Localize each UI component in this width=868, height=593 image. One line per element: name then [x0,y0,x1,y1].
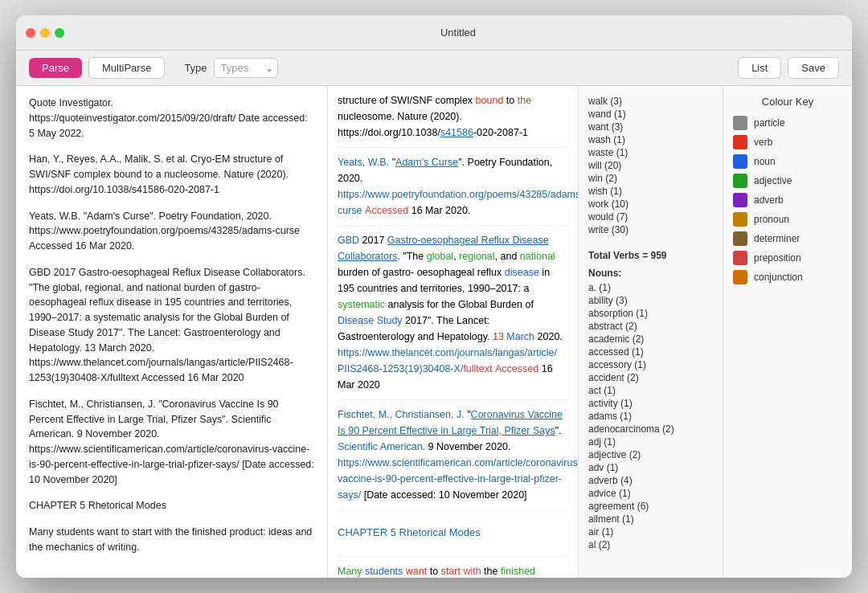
key-conjunction: conjunction [733,270,842,284]
noun-accessed: accessed (1) [588,346,713,358]
key-determiner: determiner [733,231,842,246]
middle-para-5: CHAPTER 5 Rhetorical Modes [338,510,568,557]
adjective-swatch [733,174,747,188]
stats-panel[interactable]: walk (3) wand (1) want (3) wash (1) wast… [579,86,723,578]
preposition-label: preposition [754,252,801,264]
noun-adv: adv (1) [588,462,713,473]
noun-label: noun [754,156,776,167]
toolbar: Parse MultiParse Type Types List Save [16,51,852,86]
stats-will: will (20) [588,160,713,171]
traffic-lights [26,28,64,38]
key-adjective: adjective [733,174,842,188]
noun-abstract: abstract (2) [588,321,713,332]
key-preposition: preposition [733,251,842,265]
noun-al: al (2) [588,539,713,550]
main-content: Quote Investigator. https://quoteinvesti… [16,86,852,578]
stats-wand: wand (1) [588,108,713,120]
save-button[interactable]: Save [788,57,839,79]
determiner-swatch [733,231,747,246]
key-noun: noun [733,154,842,169]
noun-adverb: adverb (4) [588,475,713,486]
stats-walk: walk (3) [588,96,713,107]
parse-button[interactable]: Parse [29,58,82,78]
left-para-6: CHAPTER 5 Rhetorical Modes [29,498,314,513]
stats-wish: wish (1) [588,186,713,197]
total-verbs: Total Verbs = 959 [588,250,713,261]
type-select-wrapper: Types [214,58,278,78]
noun-absorption: absorption (1) [588,308,713,319]
conjunction-swatch [733,270,747,284]
noun-ability: ability (3) [588,295,713,306]
noun-act: act (1) [588,385,713,396]
stats-would: would (7) [588,211,713,223]
stats-wash: wash (1) [588,134,713,145]
list-button[interactable]: List [738,57,781,79]
stats-win: win (2) [588,173,713,184]
minimize-button[interactable] [40,28,50,38]
noun-adams: adams (1) [588,411,713,422]
noun-adj: adj (1) [588,436,713,448]
particle-swatch [733,116,747,130]
verb-swatch [733,135,747,149]
noun-adjective: adjective (2) [588,449,713,460]
window-title: Untitled [74,27,842,39]
stats-write: write (30) [588,224,713,235]
noun-swatch [733,154,747,169]
middle-para-6: Many students want to start with the fin… [338,557,568,578]
noun-academic: academic (2) [588,333,713,345]
adjective-label: adjective [754,175,792,186]
pronoun-swatch [733,212,747,227]
noun-accessory: accessory (1) [588,359,713,370]
colour-key-title: Colour Key [733,96,842,108]
key-particle: particle [733,116,842,130]
noun-air: air (1) [588,526,713,538]
noun-ailment: ailment (1) [588,513,713,525]
stats-blank [588,237,713,248]
middle-para-3: GBD 2017 Gastro-oesophageal Reflux Disea… [338,226,568,400]
middle-para-1: structure of SWI/SNF complex bound to th… [338,86,568,148]
adverb-label: adverb [754,194,784,206]
left-para-5: Fischtet, M., Christiansen, J. "Coronavi… [29,397,314,488]
verb-label: verb [754,137,772,148]
left-panel[interactable]: Quote Investigator. https://quoteinvesti… [16,86,328,578]
determiner-label: determiner [754,233,800,244]
stats-work: work (10) [588,198,713,210]
left-para-2: Han, Y., Reyes, A.A., Malik, S. et al. C… [29,152,314,197]
close-button[interactable] [26,28,35,38]
noun-a: a. (1) [588,282,713,293]
preposition-swatch [733,251,747,265]
key-adverb: adverb [733,193,842,207]
nouns-title: Nouns: [588,268,713,279]
middle-panel[interactable]: structure of SWI/SNF complex bound to th… [328,86,579,578]
type-label: Type [184,62,207,74]
middle-para-2: Yeats, W.B. "Adam's Curse". Poetry Found… [338,148,568,226]
titlebar: Untitled [16,15,852,51]
stats-waste: waste (1) [588,147,713,158]
noun-activity: activity (1) [588,398,713,409]
left-para-7: Many students want to start with the fin… [29,525,314,555]
pronoun-label: pronoun [754,214,789,225]
app-window: Untitled Parse MultiParse Type Types Lis… [16,15,852,578]
left-para-4: GBD 2017 Gastro-oesophageal Reflux Disea… [29,265,314,386]
key-pronoun: pronoun [733,212,842,227]
particle-label: particle [754,117,785,129]
left-para-3: Yeats, W.B. "Adam's Curse". Poetry Found… [29,209,314,254]
colour-key-panel: Colour Key particle verb noun adjective … [723,86,852,578]
multiparse-button[interactable]: MultiParse [88,57,165,79]
adverb-swatch [733,193,747,207]
middle-para-4: Fischtet, M., Christiansen, J. "Coronavi… [338,400,568,510]
maximize-button[interactable] [55,28,64,38]
noun-agreement: agreement (6) [588,501,713,512]
left-para-1: Quote Investigator. https://quoteinvesti… [29,96,314,141]
noun-adenocarcinoma: adenocarcinoma (2) [588,423,713,435]
key-verb: verb [733,135,842,149]
noun-accident: accident (2) [588,372,713,383]
conjunction-label: conjunction [754,272,803,283]
noun-advice: advice (1) [588,488,713,499]
type-select[interactable]: Types [214,58,278,78]
stats-want: want (3) [588,121,713,133]
